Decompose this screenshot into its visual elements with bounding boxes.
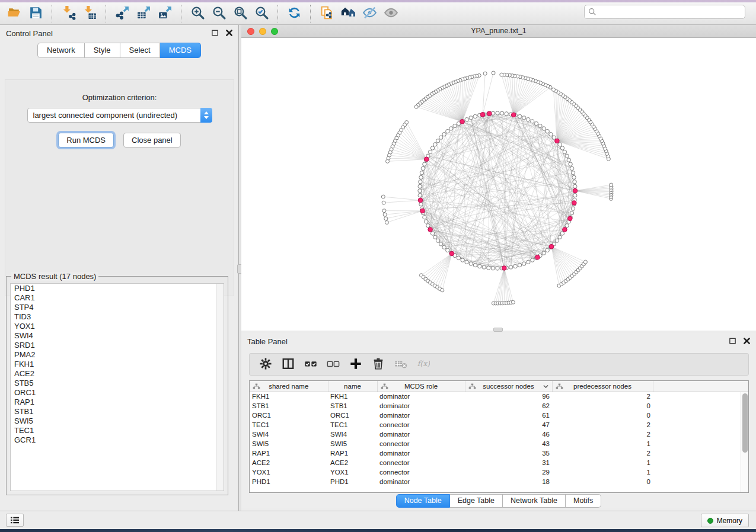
- zoom-selected-button[interactable]: [251, 4, 272, 23]
- mcds-result-item[interactable]: SWI4: [11, 331, 224, 341]
- table-row[interactable]: RAP1RAP1dominator352: [250, 448, 748, 458]
- column-header-predecessor-nodes[interactable]: predecessor nodes: [552, 381, 653, 392]
- open-folder-button[interactable]: [4, 4, 25, 23]
- mcds-result-item[interactable]: PMA2: [11, 350, 224, 360]
- network-node: [500, 111, 503, 115]
- table-row[interactable]: ACE2ACE2connector311: [250, 458, 748, 467]
- tab-motifs[interactable]: Motifs: [566, 494, 601, 508]
- gear-icon: [259, 357, 272, 372]
- select-unchecked-button[interactable]: [322, 355, 344, 374]
- leaf-node: [483, 72, 487, 75]
- cell-name: SWI4: [328, 430, 377, 439]
- mcds-result-item[interactable]: ORC1: [11, 388, 224, 398]
- tab-style[interactable]: Style: [85, 43, 120, 58]
- network-node: [439, 242, 443, 246]
- search-input[interactable]: [600, 6, 745, 18]
- select-checked-button[interactable]: [299, 355, 322, 374]
- column-header-name[interactable]: name: [328, 381, 377, 392]
- network-canvas[interactable]: [241, 38, 756, 331]
- cell-name: RAP1: [328, 448, 377, 458]
- memory-button[interactable]: Memory: [701, 514, 749, 527]
- delete-table-button: [390, 355, 412, 374]
- export-image-button[interactable]: [154, 4, 176, 23]
- cell-name: ACE2: [328, 458, 377, 467]
- table-row[interactable]: PHD1PHD1dominator180: [250, 477, 748, 486]
- mcds-result-item[interactable]: STP4: [11, 303, 224, 312]
- column-header-successor-nodes[interactable]: successor nodes: [465, 381, 552, 392]
- table-row[interactable]: SWI4SWI4dominator462: [250, 430, 748, 439]
- mcds-result-item[interactable]: TEC1: [11, 426, 224, 435]
- mcds-result-item[interactable]: STB1: [11, 407, 224, 416]
- zoom-out-button[interactable]: [208, 4, 229, 23]
- table-row[interactable]: STB1STB1dominator620: [250, 401, 748, 411]
- close-window-light[interactable]: [247, 28, 254, 35]
- leaf-node: [381, 195, 385, 198]
- network-node: [552, 136, 556, 139]
- tab-network-table[interactable]: Network Table: [503, 494, 566, 508]
- mcds-hub-node: [549, 244, 554, 249]
- control-panel-header: Control Panel: [0, 25, 238, 40]
- first-neighbors-button[interactable]: [337, 4, 359, 23]
- cell-predecessor_nodes: 0: [552, 477, 653, 486]
- save-button[interactable]: [25, 4, 46, 23]
- mcds-result-item[interactable]: CAR1: [11, 293, 224, 303]
- float-panel-button[interactable]: [210, 28, 219, 37]
- cell-predecessor_nodes: 2: [552, 420, 653, 430]
- add-column-button[interactable]: [344, 355, 367, 374]
- show-all-button[interactable]: [380, 4, 401, 23]
- delete-column-button[interactable]: [367, 355, 390, 374]
- horizontal-splitter-grip[interactable]: [493, 328, 503, 332]
- mcds-result-item[interactable]: PHD1: [11, 284, 224, 293]
- select-checked-icon: [304, 357, 317, 372]
- zoom-fit-button[interactable]: [229, 4, 251, 23]
- minimize-window-light[interactable]: [259, 28, 266, 35]
- maximize-window-light[interactable]: [271, 28, 278, 35]
- mcds-result-item[interactable]: GCR1: [11, 435, 224, 445]
- mcds-result-item[interactable]: TID3: [11, 312, 224, 322]
- close-panel-button[interactable]: [224, 28, 234, 37]
- mcds-result-item[interactable]: SWI5: [11, 416, 224, 426]
- optimization-criterion-label: Optimization criterion:: [5, 93, 234, 102]
- tab-network[interactable]: Network: [37, 43, 85, 58]
- table-scrollbar-thumb[interactable]: [742, 393, 748, 453]
- table-row[interactable]: FKH1FKH1dominator962: [250, 392, 748, 401]
- mcds-list-scrollbar[interactable]: [216, 284, 224, 491]
- mcds-result-item[interactable]: ACE2: [11, 369, 224, 379]
- mcds-result-item[interactable]: SRD1: [11, 341, 224, 350]
- mcds-result-item[interactable]: RAP1: [11, 398, 224, 407]
- tab-edge-table[interactable]: Edge Table: [450, 494, 503, 508]
- mcds-result-item[interactable]: STB5: [11, 379, 224, 388]
- mcds-result-item[interactable]: FKH1: [11, 360, 224, 369]
- close-panel-button-cp[interactable]: Close panel: [123, 133, 181, 148]
- refresh-button[interactable]: [283, 4, 305, 23]
- export-network-button[interactable]: [111, 4, 133, 23]
- column-header-shared-name[interactable]: shared name: [250, 381, 328, 392]
- column-header-MCDS-role[interactable]: MCDS role: [377, 381, 465, 392]
- tab-mcds[interactable]: MCDS: [160, 43, 201, 58]
- run-mcds-button[interactable]: Run MCDS: [58, 133, 114, 148]
- network-nodes[interactable]: [381, 71, 613, 305]
- import-table-button[interactable]: [79, 4, 100, 23]
- columns-button[interactable]: [277, 355, 299, 374]
- gear-button[interactable]: [254, 355, 277, 374]
- criterion-select[interactable]: largest connected component (undirected): [27, 108, 212, 123]
- table-row[interactable]: YOX1YOX1connector291: [250, 467, 748, 477]
- table-row[interactable]: TEC1TEC1connector472: [250, 420, 748, 430]
- close-table-panel-button[interactable]: [742, 336, 751, 345]
- duplicate-network-button[interactable]: [316, 4, 337, 23]
- network-node: [473, 263, 477, 267]
- import-network-button[interactable]: [58, 4, 79, 23]
- tab-select[interactable]: Select: [120, 43, 160, 58]
- cell-mcds_role: dominator: [377, 401, 465, 411]
- zoom-in-button[interactable]: [187, 4, 208, 23]
- mcds-result-item[interactable]: YOX1: [11, 322, 224, 331]
- search-box[interactable]: [584, 5, 745, 19]
- table-row[interactable]: SWI5SWI5connector431: [250, 439, 748, 448]
- tab-node-table[interactable]: Node Table: [396, 494, 450, 508]
- table-row[interactable]: ORC1ORC1dominator610: [250, 411, 748, 420]
- mcds-result-list[interactable]: PHD1CAR1STP4TID3YOX1SWI4SRD1PMA2FKH1ACE2…: [10, 283, 224, 491]
- export-table-button[interactable]: [133, 4, 154, 23]
- hide-selected-button[interactable]: [359, 4, 380, 23]
- show-panels-button[interactable]: [6, 514, 24, 527]
- float-table-panel-button[interactable]: [728, 336, 737, 345]
